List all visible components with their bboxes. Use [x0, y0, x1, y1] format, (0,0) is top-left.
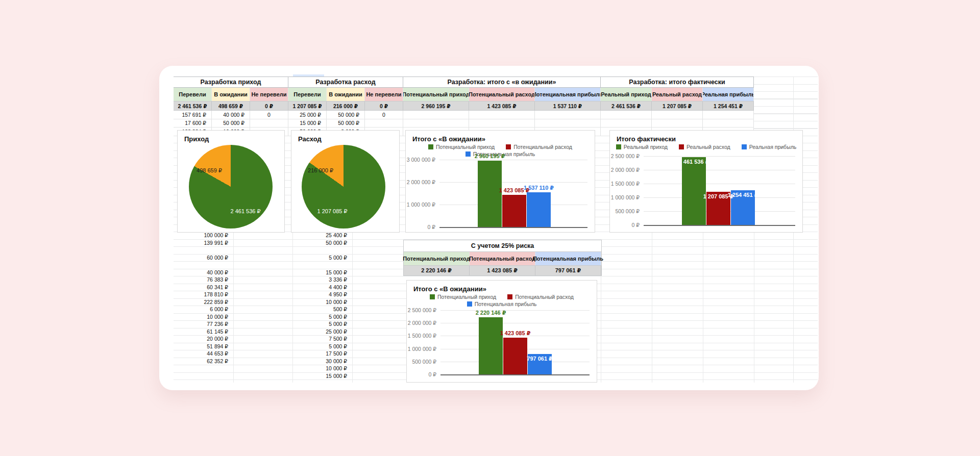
summary-cell[interactable]: 2 461 536 ₽: [174, 102, 212, 110]
sheet-cell[interactable]: 7 500 ₽: [292, 335, 352, 343]
sheet-cell[interactable]: 25 000 ₽: [292, 328, 352, 336]
column-header-cell[interactable]: Реальный приход: [601, 88, 652, 101]
summary-cell[interactable]: 1 423 085 ₽: [469, 102, 535, 110]
sheet-cell[interactable]: 10 000 ₽: [292, 365, 352, 372]
data-cell[interactable]: [601, 119, 652, 128]
summary-cell[interactable]: 1 207 085 ₽: [652, 102, 703, 110]
sheet-cell[interactable]: 60 000 ₽: [174, 254, 233, 262]
column-header-cell[interactable]: Не перевели: [365, 88, 403, 101]
column-header-cell[interactable]: Потенциальная прибыль: [535, 88, 601, 101]
data-cell[interactable]: [469, 119, 535, 128]
sheet-cell[interactable]: 15 000 ₽: [292, 269, 352, 276]
pie-chart-expense-box[interactable]: Расход 216 000 ₽ 1 207 085 ₽: [291, 130, 400, 233]
sheet-cell[interactable]: 77 236 ₽: [174, 320, 233, 328]
data-cell[interactable]: [403, 119, 469, 128]
data-cell[interactable]: 50 000 ₽: [212, 119, 250, 128]
data-cell[interactable]: [703, 111, 754, 119]
sheet-cell[interactable]: 50 000 ₽: [292, 239, 352, 247]
data-cell[interactable]: 0: [250, 111, 288, 119]
summary-cell[interactable]: 2 461 536 ₽: [601, 102, 652, 110]
risk-value-cell[interactable]: 797 061 ₽: [535, 266, 601, 275]
summary-cell[interactable]: 1 537 110 ₽: [535, 102, 601, 110]
data-cell[interactable]: 40 000 ₽: [212, 111, 250, 119]
data-cell[interactable]: [652, 119, 703, 128]
summary-cell[interactable]: 1 207 085 ₽: [288, 102, 327, 110]
column-header-cell[interactable]: В ожидании: [327, 88, 365, 101]
column-header-cell[interactable]: Реальный расход: [652, 88, 703, 101]
data-cell[interactable]: 157 691 ₽: [174, 111, 212, 119]
sheet-cell[interactable]: 10 000 ₽: [292, 298, 352, 306]
sheet-cell[interactable]: 5 000 ₽: [292, 343, 352, 350]
risk-header-cell[interactable]: Потенциальный расход: [470, 252, 535, 265]
sheet-cell[interactable]: 76 383 ₽: [174, 276, 233, 284]
data-cell[interactable]: [652, 111, 703, 119]
sheet-cell[interactable]: 44 653 ₽: [174, 350, 233, 358]
column-header-cell[interactable]: Потенциальный расход: [469, 88, 535, 101]
sheet-cell[interactable]: 5 000 ₽: [292, 254, 352, 262]
risk-value-cell[interactable]: 2 220 146 ₽: [404, 266, 470, 275]
sheet-cell[interactable]: 17 500 ₽: [292, 350, 352, 358]
sheet-cell[interactable]: [292, 261, 352, 269]
sheet-cell[interactable]: 139 991 ₽: [174, 239, 233, 247]
data-cell[interactable]: 50 000 ₽: [327, 111, 365, 119]
summary-cell[interactable]: 498 659 ₽: [212, 102, 250, 110]
summary-cell[interactable]: 2 960 195 ₽: [403, 102, 469, 110]
data-cell[interactable]: [535, 119, 601, 128]
risk-header-cell[interactable]: Потенциальная прибыль: [535, 252, 601, 265]
bar-chart-risk-adjusted-box[interactable]: Итого с «В ожидании» Потенциальный прихо…: [406, 280, 597, 383]
data-cell[interactable]: 0: [365, 111, 403, 119]
group-header-cell[interactable]: Разработка: итого фактически: [601, 77, 754, 87]
sheet-cell[interactable]: 25 400 ₽: [292, 232, 352, 239]
data-cell[interactable]: 50 000 ₽: [327, 119, 365, 128]
column-header-cell[interactable]: Реальная прибыль: [703, 88, 754, 101]
sheet-cell[interactable]: 15 000 ₽: [292, 372, 352, 380]
column-header-cell[interactable]: Перевели: [174, 88, 212, 101]
sheet-cell[interactable]: [292, 246, 352, 254]
bar-chart-pending-total-box[interactable]: Итого с «В ожидании» Потенциальный прихо…: [405, 130, 595, 233]
sheet-cell[interactable]: 6 000 ₽: [174, 306, 233, 313]
sheet-cell[interactable]: 62 352 ₽: [174, 358, 233, 365]
data-cell[interactable]: [703, 119, 754, 128]
sheet-cell[interactable]: 100 000 ₽: [174, 232, 233, 239]
sheet-cell[interactable]: 60 341 ₽: [174, 284, 233, 291]
data-cell[interactable]: [469, 111, 535, 119]
data-cell[interactable]: 17 600 ₽: [174, 119, 212, 128]
sheet-cell[interactable]: 3 336 ₽: [292, 276, 352, 284]
summary-cell[interactable]: 216 000 ₽: [327, 102, 365, 110]
column-header-cell[interactable]: В ожидании: [212, 88, 250, 101]
sheet-cell[interactable]: 4 950 ₽: [292, 291, 352, 298]
column-header-cell[interactable]: Потенциальный приход: [403, 88, 469, 101]
data-cell[interactable]: 15 000 ₽: [288, 119, 327, 128]
group-header-cell[interactable]: Разработка приход: [174, 77, 288, 87]
sheet-cell[interactable]: 5 000 ₽: [292, 313, 352, 321]
sheet-cell[interactable]: 4 400 ₽: [292, 284, 352, 291]
sheet-cell[interactable]: 51 894 ₽: [174, 343, 233, 350]
sheet-cell[interactable]: 20 000 ₽: [174, 335, 233, 343]
summary-cell[interactable]: 0 ₽: [250, 102, 288, 110]
risk-header-cell[interactable]: Потенциальный приход: [404, 252, 470, 265]
pie-chart-income-box[interactable]: Приход 498 659 ₽ 2 461 536 ₽: [177, 130, 285, 233]
data-cell[interactable]: 25 000 ₽: [288, 111, 327, 119]
sheet-cell[interactable]: 178 810 ₽: [174, 291, 233, 298]
sheet-cell[interactable]: 30 000 ₽: [292, 358, 352, 365]
data-cell[interactable]: [535, 111, 601, 119]
column-header-cell[interactable]: Не перевели: [250, 88, 288, 101]
sheet-cell[interactable]: 61 145 ₽: [174, 328, 233, 336]
bar-chart-actual-total-box[interactable]: Итого фактически Реальный приходРеальный…: [609, 130, 803, 233]
sheet-cell[interactable]: 40 000 ₽: [174, 269, 233, 276]
risk-value-cell[interactable]: 1 423 085 ₽: [470, 266, 535, 275]
group-header-cell[interactable]: Разработка: итого с «в ожидании»: [403, 77, 601, 87]
data-cell[interactable]: [365, 119, 403, 128]
sheet-cell[interactable]: 5 000 ₽: [292, 320, 352, 328]
sheet-cell[interactable]: [174, 261, 233, 269]
data-cell[interactable]: [601, 111, 652, 119]
sheet-cell[interactable]: 10 000 ₽: [174, 313, 233, 321]
data-cell[interactable]: [403, 111, 469, 119]
sheet-cell[interactable]: 222 859 ₽: [174, 298, 233, 306]
sheet-cell[interactable]: 500 ₽: [292, 306, 352, 313]
summary-cell[interactable]: 1 254 451 ₽: [703, 102, 754, 110]
column-header-cell[interactable]: Перевели: [288, 88, 327, 101]
data-cell[interactable]: [250, 119, 288, 128]
group-header-cell[interactable]: Разработка расход: [288, 77, 403, 87]
sheet-cell[interactable]: [174, 246, 233, 254]
